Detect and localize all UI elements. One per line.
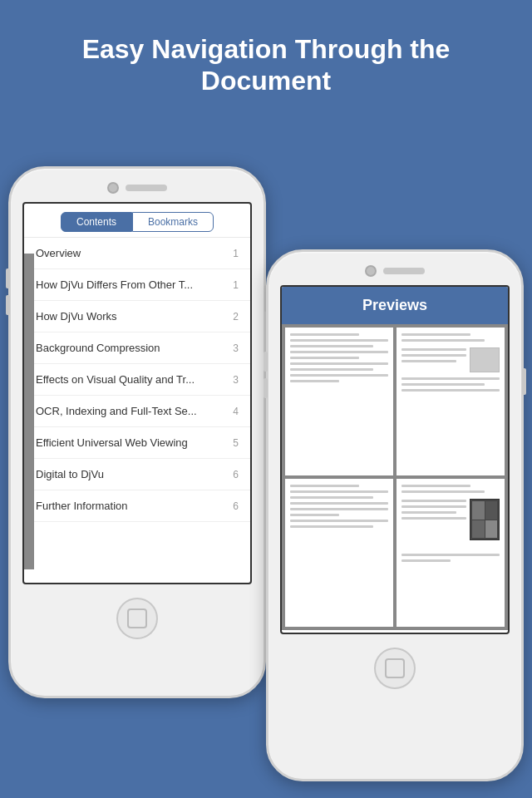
toc-title-3: Background Compression	[36, 342, 160, 354]
preview-page-4[interactable]	[397, 479, 505, 627]
toc-title-6: Efficient Universal Web Viewing	[36, 436, 188, 449]
toc-item-5[interactable]: OCR, Indexing and Full-Text Se... 4	[24, 396, 250, 427]
preview-line	[401, 517, 466, 520]
preview-line	[401, 505, 466, 508]
preview-dark-thumbnail	[470, 499, 500, 540]
phones-container: Contents Bookmarks Overview 1 How DjVu D…	[0, 133, 532, 798]
toc-item-6[interactable]: Efficient Universal Web Viewing 5	[24, 427, 250, 459]
preview-line	[290, 362, 388, 365]
volume-buttons-right	[264, 352, 268, 398]
toc-page-1: 1	[233, 279, 239, 291]
preview-line	[290, 520, 388, 522]
preview-line	[290, 374, 388, 377]
home-button-right[interactable]	[374, 648, 416, 689]
preview-line	[401, 360, 456, 362]
toc-item-0[interactable]: Overview 1	[24, 238, 250, 269]
preview-line	[401, 389, 500, 392]
preview-line	[401, 339, 485, 342]
tabs-bar: Contents Bookmarks	[24, 204, 250, 237]
preview-line	[401, 333, 470, 336]
preview-line	[401, 490, 485, 493]
toc-list: Overview 1 How DjVu Differs From Other T…	[24, 237, 250, 522]
preview-line	[401, 485, 470, 487]
preview-page-1[interactable]	[285, 328, 393, 475]
toc-title-7: Digital to DjVu	[36, 468, 104, 480]
toc-item-7[interactable]: Digital to DjVu 6	[24, 459, 250, 490]
toc-page-0: 1	[233, 248, 239, 259]
preview-line	[290, 380, 339, 382]
preview-line	[401, 377, 500, 380]
vol-down	[6, 295, 10, 315]
home-button-left[interactable]	[116, 598, 158, 639]
toc-title-0: Overview	[36, 247, 81, 259]
preview-line	[290, 351, 388, 353]
preview-line	[290, 339, 388, 342]
preview-line	[290, 525, 373, 528]
preview-line	[290, 490, 388, 493]
left-screen: Contents Bookmarks Overview 1 How DjVu D…	[22, 202, 252, 584]
toc-page-4: 3	[233, 374, 239, 386]
phone-top-bar	[11, 169, 264, 202]
phone-top-bar-right	[268, 252, 521, 285]
power-button-right	[522, 368, 526, 395]
toc-title-5: OCR, Indexing and Full-Text Se...	[36, 405, 197, 417]
preview-page-3[interactable]	[285, 479, 393, 627]
left-phone: Contents Bookmarks Overview 1 How DjVu D…	[8, 166, 266, 698]
preview-line	[290, 514, 339, 516]
preview-line	[401, 559, 451, 562]
preview-line	[401, 500, 466, 502]
toc-page-5: 4	[233, 406, 239, 417]
toc-page-6: 5	[233, 437, 239, 449]
vol-up-right	[264, 352, 268, 372]
toc-page-3: 3	[233, 342, 239, 354]
toc-item-4[interactable]: Effects on Visual Quality and Tr... 3	[24, 364, 250, 396]
vol-down-right	[264, 378, 268, 398]
preview-line	[290, 502, 388, 505]
speaker-left	[126, 185, 167, 191]
right-phone: Previews	[266, 249, 524, 781]
camera-right	[365, 265, 377, 277]
toc-title-4: Effects on Visual Quality and Tr...	[36, 373, 195, 386]
toc-title-2: How DjVu Works	[36, 310, 117, 323]
preview-line	[290, 333, 359, 336]
preview-line	[401, 511, 456, 514]
toc-item-1[interactable]: How DjVu Differs From Other T... 1	[24, 269, 250, 301]
tab-bookmarks[interactable]: Bookmarks	[132, 212, 214, 232]
toc-page-2: 2	[233, 311, 239, 323]
preview-line	[290, 508, 388, 510]
right-screen: Previews	[280, 285, 510, 634]
toc-page-7: 6	[233, 469, 239, 480]
volume-buttons	[6, 268, 10, 315]
toc-item-2[interactable]: How DjVu Works 2	[24, 301, 250, 332]
toc-item-8[interactable]: Further Information 6	[24, 490, 250, 522]
tab-contents[interactable]: Contents	[61, 212, 132, 232]
preview-line	[401, 554, 500, 556]
camera-left	[107, 182, 119, 194]
toc-title-1: How DjVu Differs From Other T...	[36, 278, 193, 291]
preview-line	[290, 368, 373, 371]
toc-page-8: 6	[233, 500, 239, 512]
left-bar-accent	[24, 254, 34, 569]
vol-up	[6, 268, 10, 288]
speaker-right	[383, 268, 425, 274]
preview-line	[290, 485, 359, 487]
preview-line	[401, 354, 466, 357]
previews-grid	[282, 324, 508, 630]
toc-item-3[interactable]: Background Compression 3	[24, 332, 250, 364]
preview-page-2[interactable]	[397, 328, 505, 475]
preview-line	[290, 345, 373, 347]
previews-header: Previews	[282, 287, 508, 324]
headline: Easy Navigation Through the Document	[0, 0, 532, 114]
preview-line	[401, 383, 485, 386]
preview-thumbnail	[470, 347, 500, 372]
toc-title-8: Further Information	[36, 500, 128, 512]
preview-line	[290, 357, 359, 359]
preview-line	[401, 348, 466, 351]
preview-line	[290, 496, 373, 499]
